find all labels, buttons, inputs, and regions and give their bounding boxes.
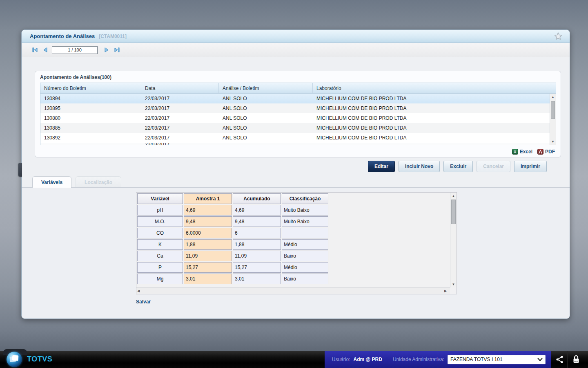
variable-row-ph: pH 4,69 4,69 Muito Baixo <box>137 205 328 215</box>
cell-variavel: K <box>137 239 183 250</box>
variables-vertical-scrollbar[interactable]: ▲ ▼ <box>450 193 457 287</box>
record-navigation-toolbar <box>22 43 570 57</box>
cell-variavel: CO <box>137 228 183 238</box>
export-links: X Excel PDF <box>512 149 555 155</box>
column-header-classificacao: Classificação <box>282 193 328 204</box>
scroll-up-icon[interactable]: ▲ <box>450 193 457 199</box>
amostra-input-cell[interactable]: 3,01 <box>184 274 232 284</box>
cell-data: 22/03/2017 <box>141 113 219 123</box>
side-panel-handle[interactable] <box>18 163 22 177</box>
tab-bar: Variáveis Localização <box>32 176 121 188</box>
cell-boletim: 130892 <box>40 133 141 143</box>
scroll-down-icon[interactable]: ▼ <box>450 281 457 287</box>
scroll-down-icon[interactable]: ▼ <box>550 139 556 144</box>
cell-acumulado: 15,27 <box>233 262 281 273</box>
table-row-clipped[interactable]: 22/03/2017 <box>40 143 550 145</box>
variable-row-ca: Ca 11,09 11,09 Baixo <box>137 251 328 261</box>
scroll-right-icon[interactable]: ▶ <box>444 288 449 294</box>
table-row[interactable]: 130895 22/03/2017 ANL SOLO MICHELLIUM CO… <box>40 103 550 113</box>
desktop-background: Apontamento de Análises [CTAM0011] Apon <box>0 0 588 368</box>
cell-boletim: 130885 <box>40 123 141 133</box>
table-row[interactable]: 130894 22/03/2017 ANL SOLO MICHELLIUM CO… <box>40 94 550 103</box>
cell-acumulado: 4,69 <box>233 205 281 215</box>
action-button-bar: Editar Incluir Novo Excluir Cancelar Imp… <box>22 161 547 172</box>
cell-acumulado: 11,09 <box>233 251 281 261</box>
cell-analise: ANL SOLO <box>219 94 313 103</box>
cell-boletim: 130894 <box>40 94 141 103</box>
cell-data: 22/03/2017 <box>141 143 219 145</box>
scrollbar-thumb[interactable] <box>551 101 555 119</box>
cell-classificacao: Muito Baixo <box>282 205 328 215</box>
excel-icon: X <box>512 149 518 155</box>
imprimir-button[interactable]: Imprimir <box>514 161 547 172</box>
nav-last-icon[interactable] <box>113 46 120 54</box>
tab-variaveis[interactable]: Variáveis <box>32 176 71 188</box>
cell-data: 22/03/2017 <box>141 123 219 133</box>
cell-acumulado: 1,88 <box>233 239 281 250</box>
cell-laboratorio: MICHELLIUM COM DE BIO PROD LTDA <box>313 123 550 133</box>
cell-classificacao: Médio <box>282 262 328 273</box>
cell-classificacao: Médio <box>282 239 328 250</box>
boletim-grid: Número do Boletim Data Análise / Boletim… <box>40 83 556 145</box>
variables-horizontal-scrollbar[interactable]: ◀ ▶ <box>136 287 450 294</box>
amostra-input-cell[interactable]: 11,09 <box>184 251 232 261</box>
variables-header-row: Variável Amostra 1 Acumulado Classificaç… <box>137 193 328 204</box>
column-header-variavel: Variável <box>137 193 183 204</box>
scroll-left-icon[interactable]: ◀ <box>137 288 142 294</box>
nav-previous-icon[interactable] <box>42 46 49 54</box>
cell-data: 22/03/2017 <box>141 133 219 143</box>
unidade-selected-value: FAZENDA TOTVS I 101 <box>450 357 537 362</box>
browse-panel: Apontamento de Análises(100) Número do B… <box>35 71 561 157</box>
browse-group-title: Apontamento de Análises(100) <box>40 74 111 80</box>
nav-next-icon[interactable] <box>103 46 110 54</box>
unidade-label: Unidade Administrativa: <box>393 357 444 362</box>
cell-classificacao <box>282 228 328 238</box>
scroll-up-icon[interactable]: ▲ <box>550 94 556 100</box>
browse-vertical-scrollbar[interactable]: ▲ ▼ <box>550 94 556 145</box>
table-row[interactable]: 130885 22/03/2017 ANL SOLO MICHELLIUM CO… <box>40 123 550 133</box>
column-header-analise[interactable]: Análise / Boletim <box>219 83 313 93</box>
amostra-input-cell[interactable]: 15,27 <box>184 262 232 273</box>
boletim-grid-header: Número do Boletim Data Análise / Boletim… <box>40 83 556 94</box>
cell-variavel: pH <box>137 205 183 215</box>
scrollbar-thumb[interactable] <box>451 200 456 224</box>
column-header-data[interactable]: Data <box>141 83 219 93</box>
amostra-input-cell[interactable]: 4,69 <box>184 205 232 215</box>
variaveis-tab-panel: Variável Amostra 1 Acumulado Classificaç… <box>22 187 570 319</box>
cell-classificacao: Baixo <box>282 251 328 261</box>
editar-button[interactable]: Editar <box>368 161 395 172</box>
amostra-input-cell[interactable]: 1,88 <box>184 239 232 250</box>
cell-data: 22/03/2017 <box>141 103 219 113</box>
cell-classificacao: Baixo <box>282 274 328 284</box>
incluir-novo-button[interactable]: Incluir Novo <box>399 161 440 172</box>
cell-variavel: Ca <box>137 251 183 261</box>
table-row[interactable]: 130892 22/03/2017 ANL SOLO MICHELLIUM CO… <box>40 133 550 143</box>
chevron-down-icon <box>537 358 543 361</box>
table-row[interactable]: 130880 22/03/2017 ANL SOLO MICHELLIUM CO… <box>40 113 550 123</box>
column-header-numero-boletim[interactable]: Número do Boletim <box>40 83 141 93</box>
lock-icon[interactable] <box>568 351 584 368</box>
export-excel-link[interactable]: X Excel <box>512 149 532 155</box>
variable-row-k: K 1,88 1,88 Médio <box>137 239 328 250</box>
amostra-input-cell[interactable]: 6.0000 <box>184 228 232 238</box>
pdf-label: PDF <box>545 149 555 155</box>
tab-localizacao[interactable]: Localização <box>76 176 121 188</box>
variable-row-mg: Mg 3,01 3,01 Baixo <box>137 274 328 284</box>
nav-first-icon[interactable] <box>31 46 39 54</box>
export-pdf-link[interactable]: PDF <box>537 149 555 155</box>
brand-name: TOTVS <box>27 355 52 364</box>
favorite-star-icon[interactable] <box>553 31 563 41</box>
cell-variavel: Mg <box>137 274 183 284</box>
excel-label: Excel <box>520 149 532 155</box>
excluir-button[interactable]: Excluir <box>443 161 473 172</box>
salvar-link[interactable]: Salvar <box>136 299 151 305</box>
pager-input[interactable] <box>52 46 98 54</box>
unidade-administrativa-select[interactable]: FAZENDA TOTVS I 101 <box>448 355 546 364</box>
amostra-input-cell[interactable]: 9,48 <box>184 216 232 227</box>
column-header-acumulado: Acumulado <box>233 193 281 204</box>
window-titlebar: Apontamento de Análises [CTAM0011] <box>22 30 570 43</box>
column-header-amostra1: Amostra 1 <box>184 193 232 204</box>
cell-analise: ANL SOLO <box>219 103 313 113</box>
share-icon[interactable] <box>552 351 568 368</box>
column-header-laboratorio[interactable]: Laboratório <box>313 83 556 93</box>
